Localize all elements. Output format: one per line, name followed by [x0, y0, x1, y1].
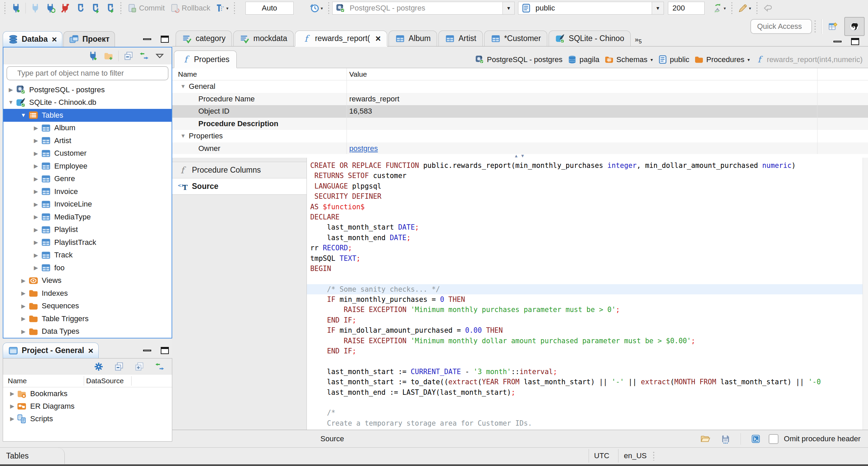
expand-arrow-icon[interactable]: ▶ [31, 125, 41, 131]
link-with-editor-button[interactable] [136, 49, 152, 63]
code-line[interactable]: AS $function$ [307, 202, 868, 212]
expand-arrow-icon[interactable]: ▶ [31, 252, 41, 258]
tree-item-postgresql-postgres[interactable]: ▶PostgreSQL - postgres [3, 83, 172, 96]
transaction-log-button[interactable]: ▾ [307, 1, 326, 15]
expand-arrow-icon[interactable]: ▶ [31, 227, 41, 233]
load-from-file-button[interactable] [698, 432, 713, 446]
maximize-icon[interactable] [161, 347, 169, 354]
expand-arrow-icon[interactable]: ▶ [31, 137, 41, 144]
open-in-sql-console-button[interactable] [748, 432, 763, 446]
expand-arrow-icon[interactable]: ▶ [6, 86, 16, 93]
code-line[interactable]: /* Some sanity checks... */ [307, 284, 868, 294]
collapse-arrow-icon[interactable]: ▼ [19, 112, 28, 118]
code-line[interactable]: last_month_end DATE; [307, 233, 868, 243]
code-line[interactable]: IF min_dollar_amount_purchased = 0.00 TH… [307, 325, 868, 335]
expand-arrow-icon[interactable]: ▶ [19, 303, 28, 309]
sql-editor-button[interactable] [73, 1, 87, 15]
commit-mode-combo[interactable]: Auto [245, 2, 294, 15]
expand-arrow-icon[interactable]: ▶ [8, 415, 17, 422]
fetch-size-input[interactable]: 200 [668, 2, 705, 15]
tree-item-data-types[interactable]: ▶Data Types [3, 325, 172, 338]
code-line[interactable] [307, 397, 868, 408]
expand-arrow-icon[interactable]: ▶ [31, 214, 41, 220]
view-menu-button[interactable] [152, 49, 167, 63]
tree-item-mediatype[interactable]: ▶MediaType [3, 211, 172, 224]
tree-item-indexes[interactable]: ▶Indexes [3, 287, 172, 300]
collapse-arrow-icon[interactable]: ▼ [180, 83, 186, 90]
code-line[interactable]: /* [307, 408, 868, 418]
tree-item-artist[interactable]: ▶Artist [3, 134, 172, 147]
editor-tab-category[interactable]: category [176, 31, 232, 46]
tree-item-foo[interactable]: ▶foo [3, 261, 172, 274]
code-line[interactable]: Create a temporary storage area for Cust… [307, 418, 868, 428]
link-with-editor-button[interactable] [152, 360, 167, 374]
save-to-file-button[interactable] [718, 432, 733, 446]
code-line[interactable]: rr RECORD; [307, 243, 868, 253]
new-connection-button[interactable] [85, 49, 101, 63]
editor-tab-sqlite-chinoo[interactable]: SQLite - Chinoo [549, 31, 631, 46]
code-line[interactable]: RETURNS SETOF customer [307, 171, 868, 181]
column-header-value[interactable]: Value [347, 70, 367, 78]
edit-button[interactable]: ▾ [735, 1, 754, 15]
property-value-link[interactable]: postgres [349, 144, 378, 153]
chevron-down-icon[interactable]: ▾ [748, 57, 750, 62]
project-item-scripts[interactable]: ▶Scripts [3, 412, 172, 425]
property-row-owner[interactable]: Ownerpostgres [172, 142, 868, 155]
omit-procedure-header-checkbox[interactable] [769, 434, 778, 444]
code-line[interactable]: RAISE EXCEPTION 'Minimum monthly dollar … [307, 336, 868, 346]
status-locale[interactable]: en_US [624, 448, 647, 464]
property-row-object-id[interactable]: Object ID16,583 [172, 105, 868, 118]
tree-item-invoice[interactable]: ▶Invoice [3, 185, 172, 198]
tree-item-employee[interactable]: ▶Employee [3, 160, 172, 173]
new-folder-button[interactable] [101, 49, 116, 63]
expand-arrow-icon[interactable]: ▶ [31, 201, 41, 208]
subnav-source[interactable]: <>TSource [172, 178, 307, 195]
collapse-all-button[interactable] [121, 49, 136, 63]
new-sql-editor-button[interactable] [102, 1, 117, 15]
scrollbar[interactable] [863, 158, 868, 430]
column-divider[interactable] [817, 68, 817, 154]
code-line[interactable] [307, 274, 868, 284]
column-header-datasource[interactable]: DataSource [86, 377, 124, 385]
expand-arrow-icon[interactable]: ▶ [19, 277, 28, 284]
expand-arrow-icon[interactable]: ▶ [31, 188, 41, 195]
close-icon[interactable]: × [52, 36, 57, 43]
tree-item-album[interactable]: ▶Album [3, 122, 172, 135]
collapse-arrow-icon[interactable]: ▼ [180, 133, 186, 139]
hidden-tabs-chevron[interactable]: »5 [635, 35, 642, 46]
editor-tab-mockdata[interactable]: mockdata [233, 31, 294, 46]
breadcrumb-item-procedures[interactable]: Procedures▾ [694, 55, 750, 64]
project-item-bookmarks[interactable]: ▶Bookmarks [3, 387, 172, 400]
expand-arrow-icon[interactable]: ▶ [19, 315, 28, 322]
active-connection-combo[interactable]: PostgreSQL - postgres ▼ [332, 2, 515, 15]
expand-arrow-icon[interactable]: ▶ [31, 265, 41, 271]
active-schema-combo[interactable]: public ▼ [518, 2, 664, 15]
combo-arrow-button[interactable]: ▼ [502, 2, 514, 14]
editor-tab-rewards-report[interactable]: frewards_report(× [295, 31, 387, 46]
expand-arrow-icon[interactable]: ▶ [19, 290, 28, 296]
property-row-procedure-description[interactable]: Procedure Description [172, 118, 868, 130]
expand-arrow-icon[interactable]: ▶ [8, 390, 17, 397]
settings-button[interactable] [91, 360, 106, 374]
expand-arrow-icon[interactable]: ▶ [31, 163, 41, 169]
status-timezone[interactable]: UTC [594, 448, 609, 464]
column-divider[interactable] [347, 68, 347, 154]
tree-item-views[interactable]: ▶Views [3, 274, 172, 287]
breadcrumb-item-public[interactable]: public [658, 55, 689, 64]
splitter-sash[interactable]: ▲▼ [172, 154, 868, 158]
combo-arrow-button[interactable]: ▼ [652, 2, 664, 14]
open-sql-script-button[interactable] [87, 1, 102, 15]
expand-arrow-icon[interactable]: ▶ [8, 403, 17, 409]
breadcrumb-item-pagila[interactable]: pagila [567, 55, 599, 64]
new-connection-button[interactable] [8, 1, 23, 15]
tab-project-general[interactable]: Project - General × [3, 343, 99, 358]
code-line[interactable]: last_month_start := CURRENT_DATE - '3 mo… [307, 367, 868, 377]
code-line[interactable]: last_month_end := LAST_DAY(last_month_st… [307, 387, 868, 397]
back-button[interactable] [761, 1, 775, 15]
expand-arrow-icon[interactable]: ▶ [31, 150, 41, 157]
rollback-button[interactable]: Rollback [167, 1, 213, 15]
close-icon[interactable]: × [375, 35, 381, 42]
chevron-down-icon[interactable]: ▾ [651, 57, 653, 62]
transaction-mode-button[interactable]: ▾ [213, 1, 231, 15]
disconnect-button[interactable] [58, 1, 73, 15]
